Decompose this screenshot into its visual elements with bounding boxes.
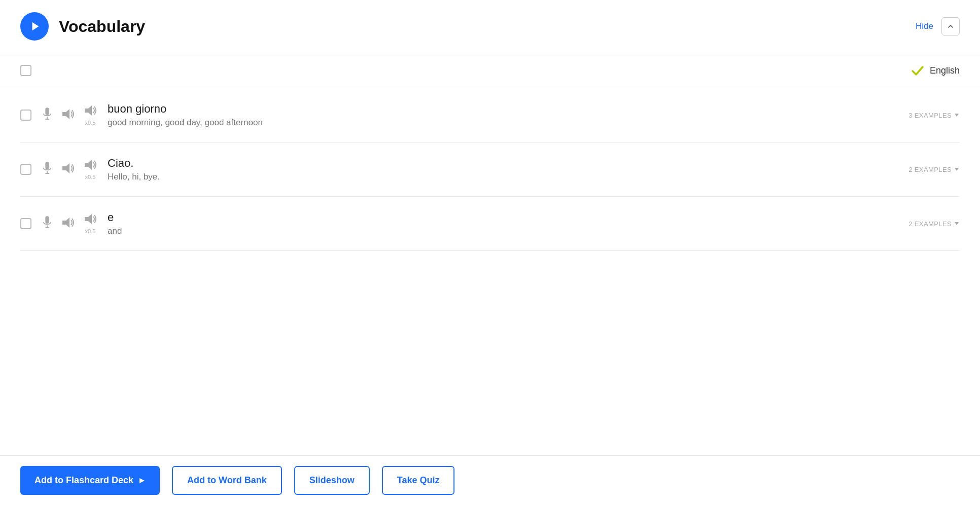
examples-button[interactable]: 3 EXAMPLES — [908, 112, 960, 119]
svg-marker-11 — [85, 160, 92, 170]
collapse-button[interactable] — [941, 17, 960, 35]
header-controls: Hide — [916, 17, 960, 35]
svg-marker-10 — [62, 163, 69, 173]
svg-marker-0 — [32, 22, 39, 31]
table-row: x0.5 e and 2 EXAMPLES — [20, 197, 960, 251]
examples-button[interactable]: 2 EXAMPLES — [908, 220, 960, 228]
speed-label: x0.5 — [85, 228, 96, 234]
vocab-content: Ciao. Hello, hi, bye. — [108, 157, 960, 182]
vocab-term: e — [108, 211, 960, 224]
take-quiz-button[interactable]: Take Quiz — [382, 466, 455, 495]
speaker-icon[interactable] — [61, 108, 75, 122]
svg-marker-12 — [955, 168, 959, 171]
add-word-bank-button[interactable]: Add to Word Bank — [172, 466, 282, 495]
row-controls: x0.5 — [20, 159, 97, 180]
mic-icon[interactable] — [42, 215, 53, 232]
speed-label: x0.5 — [85, 120, 96, 126]
svg-marker-19 — [139, 478, 145, 483]
audio-controls: x0.5 — [42, 159, 97, 180]
header: Vocabulary Hide — [0, 0, 980, 53]
row-checkbox[interactable] — [20, 218, 31, 229]
speaker-slow-wrap: x0.5 — [83, 159, 97, 180]
vocab-content: buon giorno good morning, good day, good… — [108, 102, 960, 128]
svg-rect-7 — [45, 162, 49, 169]
vocab-translation: Hello, hi, bye. — [108, 172, 960, 182]
svg-marker-6 — [955, 114, 959, 117]
english-check-icon — [911, 63, 925, 78]
svg-marker-17 — [85, 214, 92, 224]
speaker-slow-wrap: x0.5 — [83, 104, 97, 126]
table-row: x0.5 buon giorno good morning, good day,… — [20, 88, 960, 142]
audio-controls: x0.5 — [42, 213, 97, 234]
table-row: x0.5 Ciao. Hello, hi, bye. 2 EXAMPLES — [20, 142, 960, 197]
english-filter-row: English — [0, 53, 980, 88]
row-controls: x0.5 — [20, 104, 97, 126]
vocab-translation: good morning, good day, good afternoon — [108, 118, 960, 128]
mic-icon[interactable] — [42, 107, 53, 123]
speaker-slow-icon[interactable] — [83, 104, 97, 119]
row-controls: x0.5 — [20, 213, 97, 234]
hide-button[interactable]: Hide — [916, 21, 933, 31]
mic-icon[interactable] — [42, 161, 53, 177]
play-all-button[interactable] — [20, 12, 49, 41]
svg-marker-16 — [62, 218, 69, 228]
vocab-content: e and — [108, 211, 960, 236]
english-label: English — [930, 65, 960, 76]
vocab-translation: and — [108, 226, 960, 236]
svg-rect-13 — [45, 216, 49, 224]
vocab-list: x0.5 buon giorno good morning, good day,… — [0, 88, 980, 251]
select-all-checkbox[interactable] — [20, 65, 31, 76]
flashcard-label: Add to Flashcard Deck — [34, 475, 133, 486]
speaker-slow-wrap: x0.5 — [83, 213, 97, 234]
vocab-term: Ciao. — [108, 157, 960, 170]
add-flashcard-button[interactable]: Add to Flashcard Deck — [20, 466, 160, 495]
row-checkbox[interactable] — [20, 164, 31, 175]
speed-label: x0.5 — [85, 174, 96, 180]
slideshow-button[interactable]: Slideshow — [294, 466, 370, 495]
audio-controls: x0.5 — [42, 104, 97, 126]
speaker-icon[interactable] — [61, 162, 75, 176]
svg-marker-18 — [955, 222, 959, 225]
svg-marker-4 — [62, 109, 69, 119]
examples-button[interactable]: 2 EXAMPLES — [908, 166, 960, 173]
speaker-icon[interactable] — [61, 217, 75, 231]
row-checkbox[interactable] — [20, 110, 31, 121]
svg-rect-1 — [45, 107, 49, 115]
speaker-slow-icon[interactable] — [83, 213, 97, 227]
vocab-term: buon giorno — [108, 102, 960, 116]
speaker-slow-icon[interactable] — [83, 159, 97, 173]
english-filter: English — [911, 63, 960, 78]
svg-marker-5 — [85, 105, 92, 116]
page-title: Vocabulary — [59, 17, 145, 36]
bottom-toolbar: Add to Flashcard Deck Add to Word Bank S… — [0, 455, 980, 505]
